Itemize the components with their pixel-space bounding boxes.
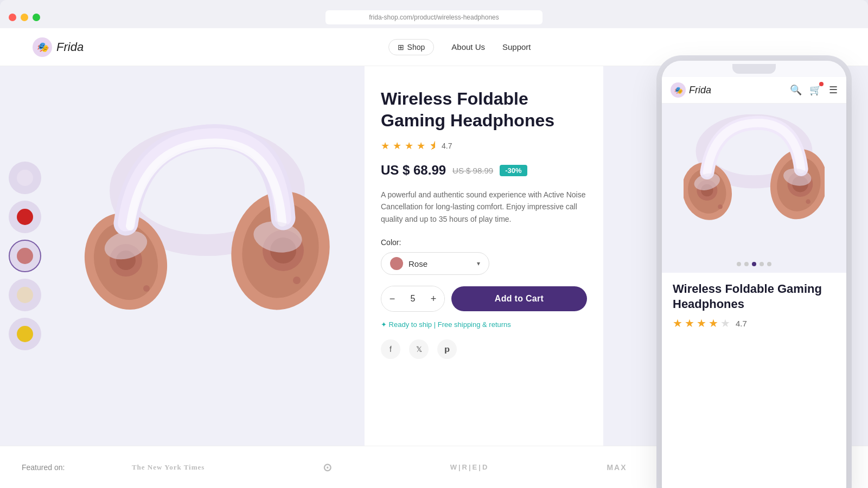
chevron-down-icon: ▾ xyxy=(477,260,480,267)
quantity-increase-button[interactable]: + xyxy=(423,286,444,311)
quantity-control: − 5 + xyxy=(381,286,445,312)
nbc-logo: ⊙ xyxy=(323,461,333,474)
url-text: frida-shop.com/product/wireless-headphon… xyxy=(369,14,499,21)
star-half: ⯨ xyxy=(429,140,438,152)
mobile-product-info: Wireless Foldable Gaming Headphones ★ ★ … xyxy=(662,273,846,338)
browser-chrome: frida-shop.com/product/wireless-headphon… xyxy=(0,0,868,28)
browser-dot-green[interactable] xyxy=(33,14,40,21)
facebook-share-button[interactable]: f xyxy=(381,339,400,359)
color-name: Rose xyxy=(409,259,471,268)
product-details: Wireless Foldable Gaming Headphones ★ ★ … xyxy=(365,66,603,446)
mobile-star-4: ★ xyxy=(709,317,718,330)
browser-url-bar[interactable]: frida-shop.com/product/wireless-headphon… xyxy=(326,10,542,24)
shipping-info: ✦ Ready to ship | Free shipping & return… xyxy=(381,320,587,329)
add-to-cart-button[interactable]: Add to Cart xyxy=(451,286,587,311)
mobile-product-image-area xyxy=(662,104,846,255)
mobile-star-1: ★ xyxy=(673,317,682,330)
mobile-image-dots xyxy=(662,255,846,273)
nyt-logo: The New York Times xyxy=(132,463,205,472)
shop-label: Shop xyxy=(407,43,425,52)
mobile-logo-text: Frida xyxy=(689,85,711,96)
nav-logo[interactable]: 🎭 Frida xyxy=(33,37,84,57)
product-thumbnails xyxy=(0,66,50,446)
product-title: Wireless Foldable Gaming Headphones xyxy=(381,88,587,131)
about-link[interactable]: About Us xyxy=(451,42,485,52)
mobile-product-title: Wireless Foldable Gaming Headphones xyxy=(673,281,835,311)
mobile-logo-icon: 🎭 xyxy=(671,82,686,98)
mobile-dot-3[interactable] xyxy=(752,262,756,266)
featured-label: Featured on: xyxy=(22,463,65,472)
logo-text: Frida xyxy=(56,40,84,54)
svg-point-24 xyxy=(718,204,723,209)
mobile-product-image xyxy=(684,114,825,245)
product-image-area xyxy=(50,66,365,446)
browser-dot-yellow[interactable] xyxy=(21,14,28,21)
cart-badge xyxy=(819,82,824,86)
max-logo: MAX xyxy=(607,463,627,472)
mobile-star-half: ★ xyxy=(720,317,730,330)
thumb-cream[interactable] xyxy=(9,279,41,311)
quantity-value: 5 xyxy=(403,294,423,304)
color-label: Color: xyxy=(381,238,587,247)
shop-grid-icon: ⊞ xyxy=(398,43,404,52)
mobile-search-icon[interactable]: 🔍 xyxy=(790,84,802,96)
qty-cart-row: − 5 + Add to Cart xyxy=(381,286,587,312)
mobile-notch xyxy=(662,61,846,77)
mobile-mockup: 🎭 Frida 🔍 🛒 ☰ xyxy=(662,61,846,488)
star-1: ★ xyxy=(381,140,390,152)
thumb-red[interactable] xyxy=(9,201,41,233)
notch-bar xyxy=(732,64,776,74)
rating-number: 4.7 xyxy=(442,142,452,150)
price-row: US $ 68.99 US $ 98.99 -30% xyxy=(381,163,587,178)
nav-shop-button[interactable]: ⊞ Shop xyxy=(388,39,435,55)
mobile-rating-number: 4.7 xyxy=(736,319,747,328)
thumb-yellow[interactable] xyxy=(9,318,41,350)
pinterest-share-button[interactable]: 𝗽 xyxy=(437,339,457,359)
color-swatch xyxy=(390,257,403,270)
star-4: ★ xyxy=(417,140,425,152)
svg-point-12 xyxy=(293,277,301,284)
product-image xyxy=(82,120,332,391)
mobile-star-3: ★ xyxy=(697,317,706,330)
browser-dot-red[interactable] xyxy=(9,14,16,21)
star-3: ★ xyxy=(405,140,413,152)
quantity-decrease-button[interactable]: − xyxy=(381,286,403,311)
website-container: 🎭 Frida ⊞ Shop About Us Support xyxy=(0,28,868,488)
color-selector[interactable]: Rose ▾ xyxy=(381,252,489,275)
svg-point-25 xyxy=(806,199,810,204)
mobile-dot-5[interactable] xyxy=(767,262,771,266)
nav-center: ⊞ Shop About Us Support xyxy=(388,39,531,55)
mobile-nav: 🎭 Frida 🔍 🛒 ☰ xyxy=(662,77,846,104)
wired-logo: W|R|E|D xyxy=(450,463,489,471)
thumb-white[interactable] xyxy=(9,162,41,194)
product-description: A powerful and authentic sound experienc… xyxy=(381,189,587,225)
mobile-menu-icon[interactable]: ☰ xyxy=(829,84,838,96)
thumb-rose[interactable] xyxy=(9,240,41,272)
mobile-star-2: ★ xyxy=(685,317,694,330)
mobile-dot-1[interactable] xyxy=(737,262,741,266)
twitter-share-button[interactable]: 𝕏 xyxy=(409,339,429,359)
support-link[interactable]: Support xyxy=(502,42,531,52)
mobile-rating-row: ★ ★ ★ ★ ★ 4.7 xyxy=(673,317,835,330)
social-share-row: f 𝕏 𝗽 xyxy=(381,339,587,359)
mobile-dot-2[interactable] xyxy=(744,262,749,266)
logo-icon: 🎭 xyxy=(33,37,52,57)
price-current: US $ 68.99 xyxy=(381,163,446,178)
mobile-logo: 🎭 Frida xyxy=(671,82,790,98)
mobile-dot-4[interactable] xyxy=(760,262,764,266)
mobile-nav-icons: 🔍 🛒 ☰ xyxy=(790,84,838,96)
discount-badge: -30% xyxy=(500,165,527,176)
star-2: ★ xyxy=(393,140,401,152)
mobile-cart-icon[interactable]: 🛒 xyxy=(809,84,821,96)
rating-row: ★ ★ ★ ★ ⯨ 4.7 xyxy=(381,140,587,152)
price-original: US $ 98.99 xyxy=(452,166,493,175)
svg-point-11 xyxy=(143,285,150,292)
